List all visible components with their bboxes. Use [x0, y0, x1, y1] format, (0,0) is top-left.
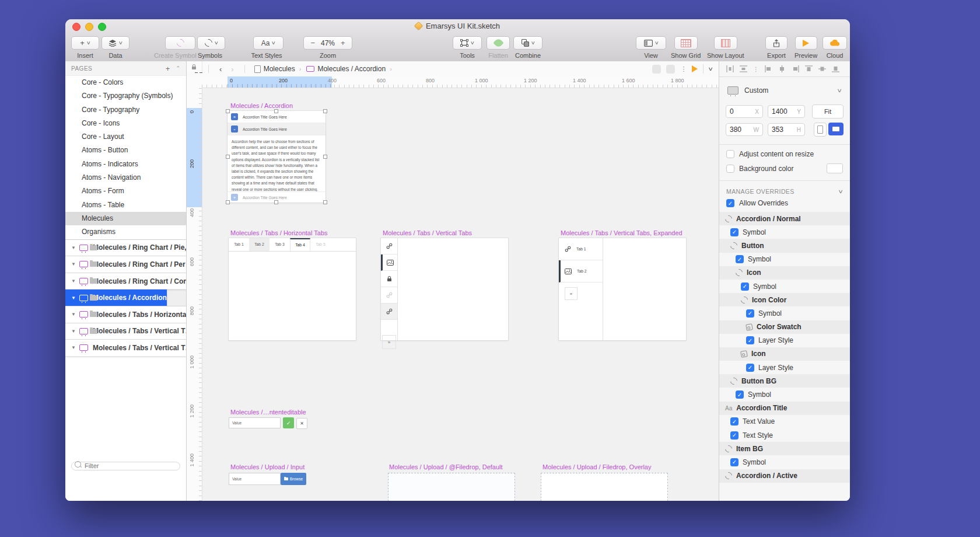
disclosure-triangle-icon[interactable]: ▼ — [70, 278, 77, 284]
width-field[interactable]: 380W — [726, 123, 763, 136]
artboard-horizontal-tabs[interactable]: Tab 1Tab 2Tab 3Tab 4Tab 5 — [229, 238, 356, 340]
sidebar-layer-artboard[interactable]: ▼Molecules / Tabs / Vertical T… — [65, 323, 187, 340]
sidebar-page-item[interactable]: Atoms - Table — [65, 198, 186, 212]
sidebar-page-item[interactable]: Molecules — [65, 212, 186, 225]
artboard-accordion[interactable]: » Accordion Title Goes Here ⌄ Accordion … — [228, 111, 326, 203]
sidebar-layer-artboard[interactable]: ▼Molecules / Accordion — [65, 290, 167, 306]
collapse-pages-icon[interactable]: ⌃ — [176, 65, 180, 71]
sidebar-layer-artboard[interactable]: ▼Molecules / Ring Chart / Con… — [65, 273, 187, 290]
artboard-vertical-tabs[interactable]: » — [381, 238, 508, 340]
preview-button[interactable] — [795, 36, 817, 50]
align-bottom-icon[interactable] — [832, 65, 839, 72]
selection-handle[interactable] — [226, 109, 230, 113]
tools-button[interactable]: ∨ — [453, 36, 482, 50]
forward-button[interactable]: › — [231, 65, 233, 74]
show-layout-button[interactable] — [714, 36, 737, 50]
view-button[interactable]: ∨ — [636, 36, 666, 50]
override-checkbox[interactable]: ✓ — [746, 336, 754, 344]
data-button[interactable]: ∨ — [102, 36, 130, 50]
insert-button[interactable]: +∨ — [71, 36, 99, 50]
zoom-control[interactable]: − 47% + — [303, 36, 352, 50]
override-checkbox[interactable]: ✓ — [730, 431, 738, 440]
align-top-icon[interactable] — [805, 65, 813, 72]
x-position-field[interactable]: 0X — [726, 105, 763, 118]
sidebar-page-item[interactable]: Core - Layout — [65, 130, 186, 144]
selection-handle[interactable] — [226, 155, 230, 159]
align-vertical-center-icon[interactable] — [818, 65, 826, 72]
breadcrumb-page[interactable]: Molecules — [264, 65, 295, 73]
override-checkbox[interactable]: ✓ — [730, 458, 738, 466]
cloud-button[interactable] — [822, 36, 847, 50]
filter-input[interactable] — [71, 462, 180, 470]
more-distribute-options-icon[interactable]: ⋮ — [753, 66, 759, 72]
show-grid-button[interactable] — [674, 36, 698, 50]
disclosure-triangle-icon[interactable]: ▼ — [70, 345, 77, 350]
flatten-button[interactable] — [487, 36, 510, 50]
preview-play-icon[interactable] — [692, 65, 698, 72]
create-symbol-button[interactable] — [165, 36, 195, 50]
override-checkbox[interactable]: ✓ — [736, 255, 744, 263]
text-styles-button[interactable]: Aa∨ — [253, 36, 284, 50]
disclosure-triangle-icon[interactable]: ▼ — [70, 312, 77, 317]
override-checkbox[interactable]: ✓ — [730, 417, 738, 426]
artboard-preset-select[interactable]: Custom ∨ — [719, 77, 850, 100]
artboard-title-vertical-tabs-expanded[interactable]: Molecules / Tabs / Vertical Tabs, Expand… — [561, 229, 682, 236]
disclosure-triangle-icon[interactable]: ▼ — [70, 295, 77, 301]
more-options-icon[interactable]: ⋮ — [680, 65, 687, 73]
artboard-title-filedrop-default[interactable]: Molecules / Upload / @Filedrop, Default — [389, 463, 503, 470]
chevron-down-icon[interactable]: ∨ — [838, 189, 844, 194]
canvas[interactable]: Molecules / Accordion » Accordion Title … — [202, 88, 719, 501]
sidebar-page-item[interactable]: Atoms - Navigation — [65, 171, 186, 184]
vertical-ruler[interactable]: 02004006008001 0001 2001 400 — [187, 88, 202, 501]
landscape-orientation-button[interactable] — [828, 123, 844, 135]
disclosure-triangle-icon[interactable]: ▼ — [70, 261, 77, 267]
artboard-vertical-tabs-expanded[interactable]: Tab 1 Tab 2 « — [559, 238, 686, 340]
artboard-title-contenteditable[interactable]: Molecules /…ntenteditable — [230, 409, 306, 416]
allow-overrides-checkbox[interactable]: ✓ — [726, 199, 734, 207]
background-color-checkbox[interactable] — [726, 165, 734, 173]
override-checkbox[interactable]: ✓ — [730, 228, 738, 236]
sidebar-page-item[interactable]: Core - Typography (Symbols) — [65, 89, 186, 103]
artboard-title-upload-input[interactable]: Molecules / Upload / Input — [230, 463, 304, 470]
symbols-button[interactable]: ∨ — [197, 36, 225, 50]
align-horizontal-center-icon[interactable] — [778, 65, 786, 72]
artboard-title-vertical-tabs[interactable]: Molecules / Tabs / Vertical Tabs — [383, 229, 472, 236]
sidebar-page-item[interactable]: Core - Typography — [65, 103, 186, 117]
sidebar-page-item[interactable]: Atoms - Indicators — [65, 158, 186, 171]
selection-handle[interactable] — [274, 109, 278, 113]
lock-icon[interactable] — [191, 64, 197, 70]
fit-button[interactable]: Fit — [812, 104, 844, 118]
override-checkbox[interactable]: ✓ — [736, 390, 744, 399]
portrait-orientation-button[interactable] — [814, 123, 827, 137]
distribute-horizontally-icon[interactable] — [726, 65, 734, 72]
sidebar-layer-artboard[interactable]: ▼Molecules / Tabs / Horizonta… — [65, 306, 187, 323]
sidebar-page-item[interactable]: Core - Icons — [65, 117, 186, 130]
override-checkbox[interactable]: ✓ — [746, 364, 754, 372]
align-right-icon[interactable] — [792, 65, 799, 72]
adjust-content-checkbox[interactable] — [726, 150, 734, 158]
add-page-button[interactable]: + — [166, 64, 170, 73]
combine-button[interactable]: ∨ — [513, 36, 542, 50]
sidebar-page-item[interactable]: Organisms — [65, 225, 186, 239]
horizontal-ruler[interactable]: 02004006008001 0001 2001 4001 6001 800 — [187, 76, 719, 88]
selection-handle[interactable] — [226, 200, 230, 204]
back-button[interactable]: ‹ — [219, 65, 222, 74]
disclosure-triangle-icon[interactable]: ▼ — [70, 245, 77, 250]
sidebar-layer-artboard[interactable]: ▼Molecules / Tabs / Vertical T… — [65, 340, 187, 357]
sidebar-page-item[interactable]: Atoms - Button — [65, 144, 186, 157]
align-left-icon[interactable] — [765, 65, 772, 72]
zoom-out-button[interactable]: − — [310, 39, 315, 47]
y-position-field[interactable]: 1400Y — [768, 105, 805, 118]
selection-handle[interactable] — [323, 200, 327, 204]
height-field[interactable]: 353H — [768, 123, 805, 136]
sidebar-page-item[interactable]: Atoms - Form — [65, 184, 186, 198]
distribute-vertically-icon[interactable] — [740, 65, 747, 72]
artboard-title-accordion[interactable]: Molecules / Accordion — [230, 102, 293, 109]
notification-badge-icon[interactable] — [666, 65, 675, 74]
selection-handle[interactable] — [274, 200, 278, 204]
background-color-well[interactable] — [827, 163, 843, 173]
export-button[interactable] — [765, 36, 788, 50]
zoom-in-button[interactable]: + — [341, 39, 345, 47]
artboard-title-horizontal-tabs[interactable]: Molecules / Tabs / Horizontal Tabs — [230, 229, 328, 236]
override-checkbox[interactable]: ✓ — [746, 309, 754, 318]
